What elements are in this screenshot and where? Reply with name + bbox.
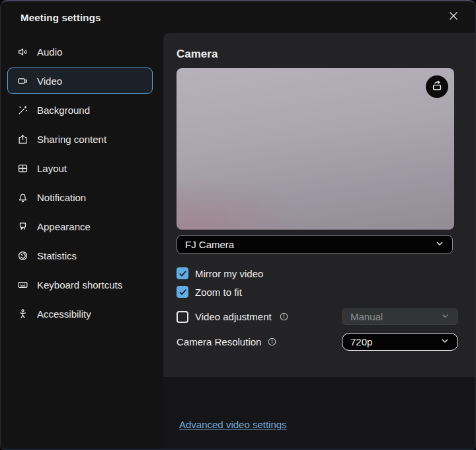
zoom-to-fit-row: Zoom to fit	[177, 286, 458, 298]
sidebar-item-keyboard-shortcuts[interactable]: Keyboard shortcuts	[7, 271, 153, 298]
sidebar-item-audio[interactable]: Audio	[7, 38, 153, 65]
dialog-title: Meeting settings	[20, 12, 101, 23]
chevron-down-icon	[435, 239, 444, 250]
layout-grid-icon	[17, 163, 28, 174]
sidebar-item-appearance[interactable]: Appearance	[7, 213, 153, 240]
close-icon	[449, 11, 458, 23]
settings-sidebar: Audio Video	[1, 33, 163, 449]
zoom-to-fit-checkbox[interactable]	[177, 286, 188, 298]
camera-resolution-value: 720p	[350, 336, 372, 347]
mirror-video-label: Mirror my video	[195, 268, 263, 279]
camera-resolution-label: Camera Resolution	[177, 336, 261, 347]
video-adjustment-label: Video adjustment	[195, 311, 272, 322]
card-footer-area: Advanced video settings	[163, 377, 475, 449]
video-adjustment-row: Video adjustment Manual	[177, 308, 458, 325]
speaker-icon	[17, 46, 28, 58]
rotate-camera-icon	[430, 79, 444, 95]
accessibility-icon	[17, 308, 28, 320]
sidebar-item-label: Keyboard shortcuts	[37, 279, 122, 291]
sidebar-item-label: Video	[37, 75, 62, 87]
camera-device-select[interactable]: FJ Camera	[177, 235, 453, 254]
keyboard-icon	[17, 279, 28, 291]
video-adjustment-checkbox[interactable]	[177, 311, 188, 323]
sidebar-item-label: Notification	[37, 192, 86, 203]
titlebar: Meeting settings	[1, 1, 475, 33]
video-settings-card: Camera FJ Camera	[163, 33, 475, 377]
sidebar-item-video[interactable]: Video	[7, 68, 153, 94]
sidebar-item-layout[interactable]: Layout	[7, 155, 153, 181]
info-icon[interactable]	[279, 312, 289, 322]
sidebar-item-accessibility[interactable]: Accessibility	[7, 300, 153, 327]
share-upload-icon	[17, 134, 28, 145]
sidebar-item-label: Layout	[37, 163, 67, 174]
magic-wand-icon	[17, 105, 28, 116]
meeting-settings-dialog: Meeting settings Audio	[0, 0, 476, 450]
sidebar-item-notification[interactable]: Notification	[7, 184, 153, 210]
sidebar-item-label: Accessibility	[37, 308, 91, 320]
close-button[interactable]	[444, 7, 463, 27]
sidebar-item-background[interactable]: Background	[7, 97, 153, 123]
paintbrush-icon	[17, 221, 28, 232]
sidebar-item-label: Audio	[37, 46, 62, 58]
camera-resolution-select[interactable]: 720p	[342, 333, 458, 351]
sidebar-item-sharing-content[interactable]: Sharing content	[7, 126, 153, 152]
rotate-camera-button[interactable]	[426, 75, 448, 98]
bell-icon	[17, 192, 28, 203]
chevron-down-icon	[440, 336, 450, 347]
video-adjustment-mode-select: Manual	[342, 308, 458, 325]
sidebar-item-label: Appearance	[37, 221, 91, 232]
video-camera-icon	[17, 75, 28, 87]
camera-preview	[177, 68, 454, 230]
settings-content: Camera FJ Camera	[163, 33, 475, 449]
zoom-to-fit-label: Zoom to fit	[195, 287, 242, 298]
mirror-video-checkbox[interactable]	[177, 267, 188, 279]
info-icon[interactable]	[267, 337, 277, 347]
sidebar-item-label: Background	[37, 105, 90, 116]
camera-device-value: FJ Camera	[185, 239, 234, 250]
camera-resolution-row: Camera Resolution 720p	[177, 333, 458, 351]
sidebar-item-label: Statistics	[37, 250, 77, 261]
video-adjustment-mode-value: Manual	[350, 311, 383, 322]
advanced-video-settings-link[interactable]: Advanced video settings	[179, 419, 287, 430]
chevron-down-icon	[441, 311, 450, 322]
camera-section-title: Camera	[177, 48, 458, 61]
sidebar-item-statistics[interactable]: Statistics	[7, 242, 153, 269]
mirror-video-row: Mirror my video	[177, 267, 458, 279]
gauge-icon	[17, 250, 28, 261]
sidebar-item-label: Sharing content	[37, 134, 106, 145]
